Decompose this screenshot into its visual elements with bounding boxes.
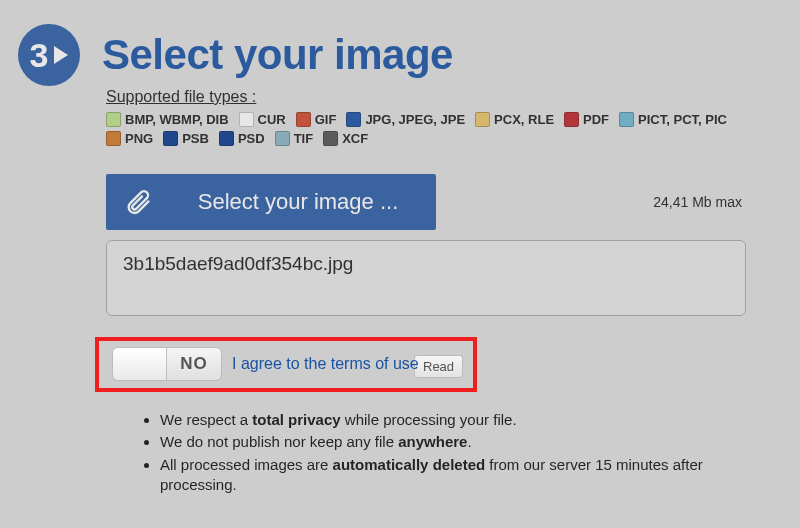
filetype-icon [219, 131, 234, 146]
filetype-icon [163, 131, 178, 146]
filetype-label: PNG [125, 131, 153, 146]
filetype-label: PCX, RLE [494, 112, 554, 127]
filetype-icon [106, 131, 121, 146]
toggle-state: NO [167, 348, 221, 380]
step-number: 3 [30, 36, 49, 75]
filetype-label: GIF [315, 112, 337, 127]
filetype-icon [106, 112, 121, 127]
step-badge: 3 [18, 24, 80, 86]
filetype-label: TIF [294, 131, 314, 146]
filetype-icon [564, 112, 579, 127]
filetype-item: GIF [296, 112, 337, 127]
select-image-button[interactable]: Select your image ... [106, 174, 436, 230]
filetype-item: PSB [163, 131, 209, 146]
filetype-icon [275, 131, 290, 146]
selected-filename-box: 3b1b5daef9ad0df354bc.jpg [106, 240, 746, 316]
filetype-label: PDF [583, 112, 609, 127]
page-title: Select your image [102, 31, 453, 79]
paperclip-icon [124, 188, 152, 216]
filetype-label: PSB [182, 131, 209, 146]
selected-filename: 3b1b5daef9ad0df354bc.jpg [123, 253, 353, 274]
max-size-label: 24,41 Mb max [653, 194, 746, 210]
filetype-label: CUR [258, 112, 286, 127]
play-icon [54, 46, 68, 64]
filetype-label: XCF [342, 131, 368, 146]
filetype-item: JPG, JPEG, JPE [346, 112, 465, 127]
filetype-item: TIF [275, 131, 314, 146]
filetype-item: PCX, RLE [475, 112, 554, 127]
filetype-icon [346, 112, 361, 127]
privacy-line-1: We respect a total privacy while process… [160, 410, 736, 430]
filetype-label: JPG, JPEG, JPE [365, 112, 465, 127]
privacy-notes: We respect a total privacy while process… [140, 410, 736, 497]
filetype-icon [239, 112, 254, 127]
privacy-line-2: We do not publish nor keep any file anyw… [160, 432, 736, 452]
filetype-icon [296, 112, 311, 127]
filetype-icon [323, 131, 338, 146]
filetype-label: PSD [238, 131, 265, 146]
filetype-item: PNG [106, 131, 153, 146]
filetype-label: BMP, WBMP, DIB [125, 112, 229, 127]
filetype-item: PDF [564, 112, 609, 127]
filetype-label: PICT, PCT, PIC [638, 112, 727, 127]
filetype-icon [619, 112, 634, 127]
select-image-label: Select your image ... [178, 189, 418, 215]
filetype-item: BMP, WBMP, DIB [106, 112, 229, 127]
privacy-line-3: All processed images are automatically d… [160, 455, 736, 496]
terms-toggle[interactable]: NO [112, 347, 222, 381]
filetype-item: PICT, PCT, PIC [619, 112, 727, 127]
supported-filetypes-list: BMP, WBMP, DIBCURGIFJPG, JPEG, JPEPCX, R… [106, 112, 766, 146]
toggle-knob [113, 348, 167, 380]
filetype-item: CUR [239, 112, 286, 127]
filetype-icon [475, 112, 490, 127]
read-button[interactable]: Read [414, 355, 463, 378]
terms-link[interactable]: I agree to the terms of use [232, 355, 419, 373]
supported-filetypes-label: Supported file types : [106, 88, 800, 106]
filetype-item: PSD [219, 131, 265, 146]
filetype-item: XCF [323, 131, 368, 146]
